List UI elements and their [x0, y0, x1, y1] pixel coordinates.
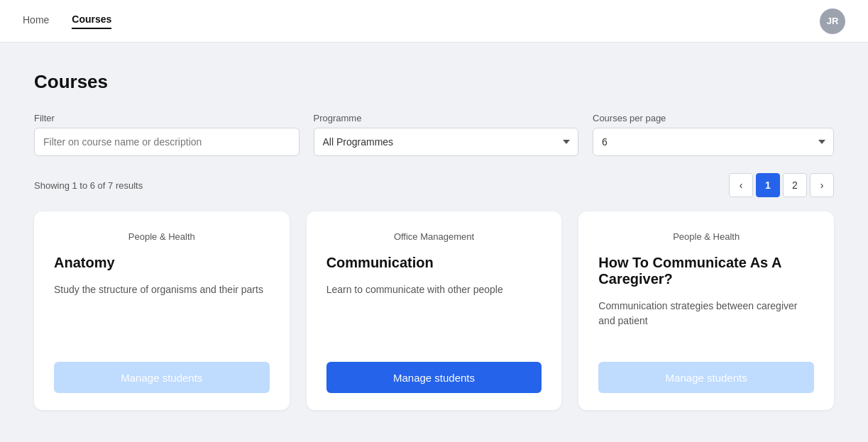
manage-students-button: Manage students [598, 362, 814, 393]
programme-label: Programme [314, 113, 579, 123]
course-card: People & Health Anatomy Study the struct… [34, 211, 290, 410]
page-title: Courses [34, 71, 834, 93]
filters-row: Filter Programme All Programmes People &… [34, 113, 834, 156]
card-description: Learn to communicate with other people [326, 282, 542, 345]
avatar[interactable]: JR [820, 9, 845, 34]
page-content: Courses Filter Programme All Programmes … [0, 43, 868, 438]
card-title: Communication [326, 255, 542, 271]
pagination-page-2[interactable]: 2 [783, 173, 807, 197]
course-card: People & Health How To Communicate As A … [578, 211, 834, 410]
card-description: Communication strategies between caregiv… [598, 299, 814, 345]
results-row: Showing 1 to 6 of 7 results ‹ 1 2 › [34, 173, 834, 197]
per-page-select[interactable]: 6 12 24 [593, 128, 834, 156]
nav-links: Home Courses [23, 13, 111, 29]
navigation: Home Courses JR [0, 0, 868, 43]
filter-input[interactable] [34, 128, 300, 156]
filter-group-name: Filter [34, 113, 300, 156]
programme-select[interactable]: All Programmes People & Health Office Ma… [314, 128, 579, 156]
nav-home[interactable]: Home [23, 14, 49, 28]
card-action: Manage students [326, 362, 542, 393]
filter-group-per-page: Courses per page 6 12 24 [593, 113, 834, 156]
card-title: How To Communicate As A Caregiver? [598, 255, 814, 287]
course-card: Office Management Communication Learn to… [307, 211, 562, 410]
results-count: Showing 1 to 6 of 7 results [34, 180, 143, 191]
nav-courses[interactable]: Courses [72, 13, 111, 29]
card-programme: People & Health [598, 231, 814, 242]
card-title: Anatomy [54, 255, 270, 271]
pagination: ‹ 1 2 › [729, 173, 834, 197]
manage-students-button: Manage students [54, 362, 270, 393]
card-action: Manage students [598, 362, 814, 393]
pagination-page-1[interactable]: 1 [756, 173, 780, 197]
courses-grid: People & Health Anatomy Study the struct… [34, 211, 834, 410]
filter-label: Filter [34, 113, 300, 123]
per-page-label: Courses per page [593, 113, 834, 123]
card-programme: People & Health [54, 231, 270, 242]
programme-select-wrapper: All Programmes People & Health Office Ma… [314, 128, 579, 156]
per-page-select-wrapper: 6 12 24 [593, 128, 834, 156]
pagination-next[interactable]: › [810, 173, 834, 197]
manage-students-button[interactable]: Manage students [326, 362, 542, 393]
pagination-prev[interactable]: ‹ [729, 173, 753, 197]
card-programme: Office Management [326, 231, 542, 242]
filter-group-programme: Programme All Programmes People & Health… [314, 113, 579, 156]
card-action: Manage students [54, 362, 270, 393]
card-description: Study the structure of organisms and the… [54, 282, 270, 345]
